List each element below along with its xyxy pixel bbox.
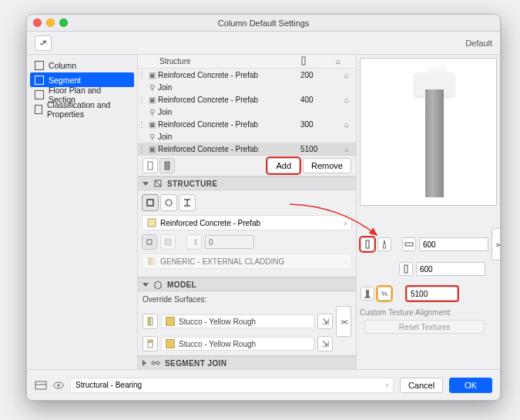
- segment-join-header[interactable]: SEGMENT JOIN: [138, 356, 356, 370]
- close-window-icon[interactable]: [33, 18, 42, 27]
- join-icon: ⚲: [146, 108, 158, 116]
- link-surfaces-icon[interactable]: ⫘: [336, 306, 351, 337]
- classification-icon: [35, 105, 42, 114]
- drag-handle-icon[interactable]: ⋮: [138, 145, 146, 153]
- surface-selector-1[interactable]: Stucco - Yellow Rough: [161, 314, 314, 328]
- segment-icon: ▣: [146, 96, 158, 104]
- add-button[interactable]: Add: [267, 158, 300, 173]
- svg-rect-8: [147, 240, 152, 244]
- panel-label: SEGMENT JOIN: [165, 359, 226, 368]
- category-name: Structural - Bearing: [75, 381, 142, 389]
- material-selector[interactable]: Reinforced Concrete - Prefab ›: [142, 215, 352, 230]
- svg-rect-10: [166, 240, 169, 244]
- col-height[interactable]: [299, 56, 336, 67]
- zoom-window-icon[interactable]: [59, 18, 68, 27]
- minimize-window-icon[interactable]: [46, 18, 55, 27]
- join-icon: ⚲: [146, 133, 158, 141]
- width-input[interactable]: [419, 237, 488, 251]
- drag-handle-icon[interactable]: ⋮: [138, 71, 146, 79]
- row-value: 200: [300, 71, 337, 79]
- col-structure[interactable]: Structure: [158, 57, 299, 66]
- remove-label: Remove: [311, 161, 343, 170]
- segment-view-uniform[interactable]: [143, 158, 158, 173]
- nav-item-classification[interactable]: Classification and Properties: [30, 102, 134, 116]
- row-value: 300: [300, 120, 337, 129]
- chevron-right-icon: ›: [344, 257, 347, 266]
- veneer-mode-1[interactable]: [142, 234, 157, 250]
- shape-rect[interactable]: [142, 194, 159, 211]
- svg-rect-25: [366, 290, 369, 297]
- surface-swatch: [166, 339, 175, 348]
- surface-side-icon[interactable]: [143, 314, 158, 329]
- structure-icon: [153, 179, 163, 188]
- depth-input[interactable]: [416, 262, 485, 276]
- shape-profile[interactable]: [179, 194, 196, 211]
- table-row[interactable]: ⚲Join: [138, 81, 356, 93]
- surface-end-icon[interactable]: [143, 336, 158, 351]
- height-input[interactable]: [407, 287, 458, 301]
- height-fixed-button[interactable]: [361, 287, 374, 301]
- chevron-down-icon: [143, 283, 149, 287]
- svg-rect-17: [148, 342, 153, 348]
- favorites-tool-icon[interactable]: [35, 35, 52, 51]
- nav-label: Segment: [49, 76, 81, 85]
- row-label: Join: [158, 83, 300, 92]
- surface-name: Stucco - Yellow Rough: [179, 340, 256, 348]
- svg-rect-0: [302, 57, 305, 65]
- remove-button[interactable]: Remove: [303, 158, 351, 173]
- svg-rect-9: [165, 239, 171, 245]
- ok-button[interactable]: OK: [449, 378, 492, 393]
- drag-handle-icon[interactable]: ⋮: [138, 96, 146, 104]
- material-name: Reinforced Concrete - Prefab: [160, 219, 260, 227]
- category-selector[interactable]: Structural - Bearing ›: [70, 378, 394, 393]
- end-icon: ⌂: [337, 120, 356, 129]
- table-row[interactable]: ⋮▣Reinforced Concrete - Prefab400⌂: [138, 93, 356, 106]
- col-end[interactable]: ⌂: [336, 57, 356, 66]
- end-icon: ⌂: [337, 96, 356, 104]
- segment-icon: ▣: [146, 145, 158, 153]
- table-row[interactable]: ⋮▣Reinforced Concrete - Prefab5100⌂: [138, 143, 356, 155]
- veneer-material-selector: GENERIC - EXTERNAL CLADDING ›: [142, 254, 352, 269]
- veneer-mode-2[interactable]: [160, 234, 176, 250]
- end-icon: ⌂: [337, 71, 356, 79]
- surface-override-toggle[interactable]: ⇲: [317, 314, 333, 329]
- svg-rect-15: [150, 318, 153, 325]
- veneer-side-icon[interactable]: [186, 234, 202, 250]
- svg-rect-22: [366, 240, 369, 248]
- table-row[interactable]: ⚲Join: [138, 106, 356, 118]
- drag-handle-icon[interactable]: ⋮: [138, 120, 146, 129]
- link-dims-icon[interactable]: ⫘: [491, 228, 500, 260]
- nav-label: Column: [49, 61, 76, 70]
- segment-view-multi[interactable]: [159, 158, 175, 173]
- join-icon: [151, 358, 160, 368]
- cross-section-uniform-button[interactable]: [361, 237, 374, 251]
- reset-textures-button: Reset Textures: [364, 320, 485, 334]
- svg-rect-11: [194, 239, 197, 245]
- preview-3d[interactable]: [360, 58, 497, 206]
- cross-section-tapered-button[interactable]: [377, 237, 391, 251]
- surface-override-toggle[interactable]: ⇲: [317, 336, 333, 351]
- model-header[interactable]: MODEL: [138, 277, 356, 291]
- shape-circle[interactable]: [160, 194, 177, 211]
- width-icon: [402, 237, 416, 251]
- nav-sidebar: Column Segment Floor Plan and Section Cl…: [27, 55, 138, 400]
- structure-header[interactable]: STRUCTURE: [138, 176, 356, 190]
- segment-icon: ▣: [146, 120, 158, 129]
- chevron-right-icon: ›: [344, 219, 347, 227]
- svg-rect-7: [148, 219, 156, 227]
- svg-rect-1: [148, 162, 153, 170]
- surface-selector-2[interactable]: Stucco - Yellow Rough: [161, 337, 314, 351]
- table-row[interactable]: ⋮▣Reinforced Concrete - Prefab200⌂: [138, 69, 356, 81]
- table-row[interactable]: ⚲Join: [138, 130, 356, 143]
- svg-rect-13: [152, 257, 156, 265]
- nav-item-column[interactable]: Column: [30, 58, 134, 72]
- model-icon: [153, 280, 163, 289]
- eye-icon: [53, 380, 64, 391]
- cancel-button[interactable]: Cancel: [400, 378, 443, 393]
- default-label: Default: [465, 39, 492, 48]
- preview-geometry: [425, 89, 444, 197]
- table-row[interactable]: ⋮▣Reinforced Concrete - Prefab300⌂: [138, 118, 356, 130]
- height-percent-button[interactable]: %: [377, 287, 391, 301]
- svg-rect-24: [404, 265, 408, 273]
- row-label: Join: [158, 108, 300, 116]
